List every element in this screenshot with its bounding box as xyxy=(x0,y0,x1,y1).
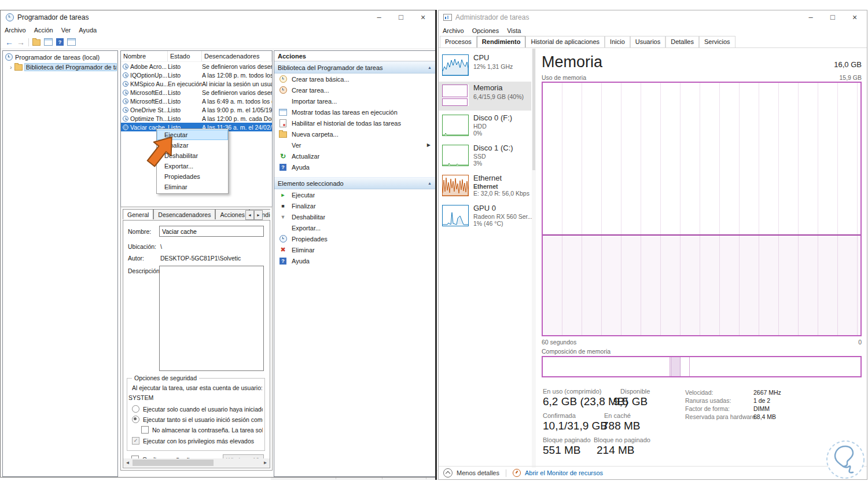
memory-composition-bar[interactable] xyxy=(542,356,862,377)
tab-scroll-right-icon[interactable]: ► xyxy=(254,210,263,220)
tree-library[interactable]: Biblioteca del Programador de tareas xyxy=(25,64,116,71)
close-button[interactable]: × xyxy=(412,10,434,24)
tree-root[interactable]: Programador de tareas (local) xyxy=(15,54,100,61)
tree-expander-icon[interactable]: › xyxy=(10,64,12,71)
col-desencadenadores[interactable]: Desencadenadores xyxy=(202,51,272,61)
context-menu-eliminar[interactable]: Eliminar xyxy=(157,182,228,192)
scroll-thumb[interactable] xyxy=(532,49,535,170)
tab-general[interactable]: General xyxy=(123,209,153,219)
task-row[interactable]: MicrosoftEd... ListoA las 6:49 a. m. tod… xyxy=(121,97,272,105)
tab-usuarios[interactable]: Usuarios xyxy=(630,36,665,47)
task-row[interactable]: OneDrive St... ListoA las 9:00 p. m. el … xyxy=(121,105,272,114)
open-resource-monitor-link[interactable]: Abrir el Monitor de recursos xyxy=(525,469,603,476)
task-row[interactable]: Adobe Acro... ListoSe definieron varios … xyxy=(121,62,272,71)
scroll-right-icon[interactable]: ► xyxy=(261,460,270,465)
menu-archivo[interactable]: Archivo xyxy=(439,27,468,34)
details-hscrollbar[interactable]: ◄ ► xyxy=(123,458,270,467)
sidebar-item-disco0[interactable]: Disco 0 (F:) HDD 0% xyxy=(439,112,531,141)
col-nombre[interactable]: Nombre xyxy=(121,51,168,61)
refresh-icon: ↻ xyxy=(280,152,286,160)
menu-archivo[interactable]: Archivo xyxy=(1,27,30,34)
check-no-password[interactable]: No almacenar la contraseña. La tarea sol… xyxy=(141,426,263,434)
action-create-basic-task[interactable]: Crear tarea básica... xyxy=(274,74,435,85)
sidebar-item-ethernet[interactable]: Ethernet Ethernet E: 32,0 R: 56,0 Kbps xyxy=(439,172,531,201)
console-panes-icon[interactable] xyxy=(44,38,53,46)
stat-label: En uso (comprimido) xyxy=(543,388,601,395)
action-help[interactable]: ? Ayuda xyxy=(274,161,435,172)
action-refresh[interactable]: ↻ Actualizar xyxy=(274,150,435,161)
minimize-button[interactable]: – xyxy=(800,10,822,24)
sidebar-item-gpu[interactable]: GPU 0 Radeon RX 560 Ser... 1% (46 °C) xyxy=(439,202,531,231)
composition-modified-segment[interactable] xyxy=(671,357,680,376)
close-button[interactable]: × xyxy=(844,10,866,24)
task-row[interactable]: KMSpico Au... En ejecuciónAl iniciar la … xyxy=(121,79,272,88)
maximize-button[interactable]: □ xyxy=(822,10,844,24)
menu-ayuda[interactable]: Ayuda xyxy=(75,27,101,34)
chevron-up-icon[interactable] xyxy=(443,468,453,478)
forward-icon[interactable]: → xyxy=(17,38,25,47)
scroll-thumb[interactable] xyxy=(133,460,214,466)
tab-rendimiento[interactable]: Rendimiento xyxy=(477,36,526,47)
action-delete[interactable]: ✖ Eliminar xyxy=(274,244,435,255)
action-export[interactable]: Exportar... xyxy=(274,222,435,233)
tab-scroll-left-icon[interactable]: ◄ xyxy=(245,210,254,220)
selected-item-section-header[interactable]: Elemento seleccionado ▲ xyxy=(274,177,435,189)
check-highest-privileges[interactable]: ✓ Ejecutar con los privilegios más eleva… xyxy=(132,437,263,445)
account-hint: Al ejecutar la tarea, usar esta cuenta d… xyxy=(132,384,262,391)
action-properties[interactable]: Propiedades xyxy=(274,233,435,244)
action-show-running[interactable]: Mostrar todas las tareas en ejecución xyxy=(274,107,435,118)
nombre-input[interactable] xyxy=(159,226,264,237)
tab-historial[interactable]: Historial de aplicaciones xyxy=(525,36,605,47)
sidebar-item-cpu[interactable]: CPU 12% 1,31 GHz xyxy=(439,52,531,80)
checkbox-checked-icon[interactable]: ✓ xyxy=(132,437,139,445)
tab-servicios[interactable]: Servicios xyxy=(699,36,735,47)
sidebar-item-memoria[interactable]: Memoria 6,4/15,9 GB (40%) xyxy=(439,82,531,111)
action-disable[interactable]: ▼ Deshabilitar xyxy=(274,211,435,222)
tab-inicio[interactable]: Inicio xyxy=(605,36,630,47)
checkbox-icon[interactable] xyxy=(141,426,149,434)
tab-acciones[interactable]: Acciones xyxy=(215,209,249,219)
scroll-left-icon[interactable]: ◄ xyxy=(123,460,132,465)
show-tree-icon[interactable] xyxy=(32,39,41,46)
descripcion-textarea[interactable] xyxy=(159,266,264,371)
tab-procesos[interactable]: Procesos xyxy=(440,36,477,47)
back-icon[interactable]: ← xyxy=(5,38,13,47)
task-row[interactable]: MicrosoftEd... ListoSe definieron varios… xyxy=(121,88,272,97)
menu-ver[interactable]: Ver xyxy=(57,27,75,34)
tab-detalles[interactable]: Detalles xyxy=(665,36,699,47)
actions-pane: Acciones Biblioteca del Programador de t… xyxy=(274,50,436,477)
action-create-task[interactable]: Crear tarea... xyxy=(274,85,435,96)
radio-selected-icon[interactable] xyxy=(132,416,139,423)
action-run[interactable]: ► Ejecutar xyxy=(274,189,435,200)
action-ver[interactable]: Ver ▶ xyxy=(274,139,435,150)
sidebar-item-disco1[interactable]: Disco 1 (C:) SSD 3% xyxy=(439,142,531,171)
titlebar[interactable]: Administrador de tareas – □ × xyxy=(439,10,867,24)
sidebar-scrollbar[interactable] xyxy=(532,49,536,468)
radio-logged-on[interactable]: Ejecutar solo cuando el usuario haya ini… xyxy=(132,405,263,413)
library-section-header[interactable]: Biblioteca del Programador de tareas ▲ xyxy=(274,61,435,74)
help-icon[interactable]: ? xyxy=(56,38,64,46)
menu-opciones[interactable]: Opciones xyxy=(468,27,503,34)
col-estado[interactable]: Estado xyxy=(168,51,202,61)
action-enable-history[interactable]: Habilitar el historial de todas las tare… xyxy=(274,118,435,128)
task-row[interactable]: IQOptionUp... ListoA las 12:08 p. m. tod… xyxy=(121,71,272,79)
autor-label: Autor: xyxy=(128,255,144,262)
menu-accion[interactable]: Acción xyxy=(30,27,57,34)
radio-icon[interactable] xyxy=(132,405,139,413)
action-new-folder[interactable]: Nueva carpeta... xyxy=(274,128,435,139)
collapse-icon[interactable]: ▲ xyxy=(428,181,432,185)
action-help-selected[interactable]: ? Ayuda xyxy=(274,255,435,266)
collapse-icon[interactable]: ▲ xyxy=(428,65,432,69)
menu-vista[interactable]: Vista xyxy=(503,27,525,34)
action-pane-icon[interactable] xyxy=(67,38,76,46)
maximize-button[interactable]: □ xyxy=(390,10,412,24)
radio-any-session[interactable]: Ejecutar tanto si el usuario inició sesi… xyxy=(132,416,263,423)
action-import-task[interactable]: Importar tarea... xyxy=(274,96,435,107)
action-end[interactable]: ■ Finalizar xyxy=(274,200,435,211)
minimize-button[interactable]: – xyxy=(368,10,390,24)
task-row[interactable]: Optimize Th... ListoA las 12:00 p. m. ca… xyxy=(121,114,272,123)
titlebar[interactable]: Programador de tareas – □ × xyxy=(1,10,435,24)
tab-desencadenadores[interactable]: Desencadenadores xyxy=(153,209,215,219)
less-details-button[interactable]: Menos detalles xyxy=(457,469,499,476)
library-folder-icon xyxy=(14,64,23,71)
